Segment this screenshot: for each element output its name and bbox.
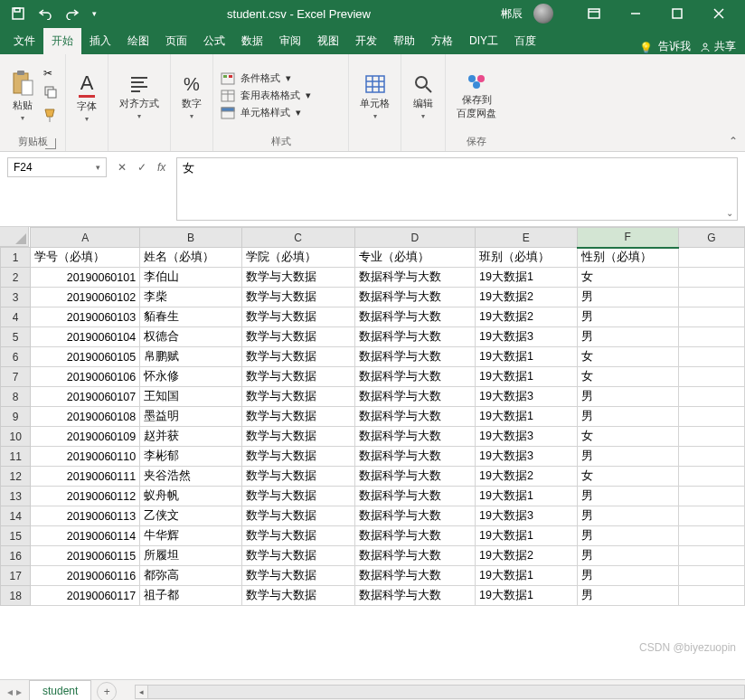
cell[interactable]: 男 [577, 586, 679, 606]
cell[interactable]: 数据科学与大数 [354, 347, 475, 367]
cut-icon[interactable]: ✂ [43, 67, 58, 80]
column-header-A[interactable]: A [31, 228, 140, 248]
cell[interactable]: 19大数据2 [476, 467, 578, 487]
cell[interactable]: 20190060114 [31, 526, 140, 546]
tab-draw[interactable]: 绘图 [119, 28, 157, 54]
cell[interactable]: 男 [577, 447, 679, 467]
cell[interactable] [679, 268, 745, 288]
tab-home[interactable]: 开始 [43, 28, 81, 54]
cell[interactable]: 19大数据1 [476, 407, 578, 427]
copy-icon[interactable] [43, 85, 58, 102]
undo-icon[interactable] [38, 6, 52, 21]
cell[interactable]: 19大数据2 [476, 546, 578, 566]
cell[interactable]: 数学与大数据 [241, 387, 354, 407]
cell[interactable]: 19大数据2 [476, 288, 578, 307]
tell-me[interactable]: 告诉我 [658, 39, 691, 54]
cell[interactable] [679, 407, 745, 427]
cell[interactable]: 数据科学与大数 [354, 288, 475, 307]
cell[interactable]: 数据科学与大数 [354, 566, 475, 586]
cell[interactable]: 性别（必填） [577, 248, 679, 268]
cell[interactable]: 男 [577, 327, 679, 347]
cell[interactable]: 20190060102 [31, 288, 140, 307]
cell[interactable] [679, 327, 745, 347]
cell[interactable]: 王知国 [140, 387, 242, 407]
column-header-D[interactable]: D [354, 228, 475, 248]
user-avatar-icon[interactable] [533, 4, 553, 24]
cell[interactable]: 墨益明 [140, 407, 242, 427]
cell[interactable]: 男 [577, 566, 679, 586]
cell[interactable]: 祖子都 [140, 586, 242, 606]
cell[interactable] [679, 586, 745, 606]
cell[interactable]: 数学与大数据 [241, 407, 354, 427]
cell[interactable]: 男 [577, 407, 679, 427]
cell[interactable] [679, 248, 745, 268]
format-as-table-button[interactable]: 套用表格格式 ▾ [221, 89, 311, 102]
cell[interactable]: 20190060103 [31, 307, 140, 327]
cell[interactable] [679, 447, 745, 467]
alignment-button[interactable]: 对齐方式▾ [116, 71, 163, 122]
namebox-dropdown-icon[interactable]: ▾ [96, 163, 100, 172]
cell[interactable]: 男 [577, 288, 679, 307]
cell[interactable]: 数学与大数据 [241, 506, 354, 526]
cell[interactable] [679, 526, 745, 546]
cell[interactable]: 20190060104 [31, 327, 140, 347]
row-header[interactable]: 9 [1, 407, 31, 427]
cell[interactable]: 数学与大数据 [241, 586, 354, 606]
cell[interactable] [679, 307, 745, 327]
cell[interactable]: 20190060109 [31, 427, 140, 447]
cell[interactable]: 19大数据1 [476, 268, 578, 288]
cell[interactable]: 20190060108 [31, 407, 140, 427]
cell[interactable]: 赵并获 [140, 427, 242, 447]
cell[interactable]: 女 [577, 467, 679, 487]
tab-fangge[interactable]: 方格 [423, 28, 461, 54]
cell[interactable]: 数据科学与大数 [354, 327, 475, 347]
cell[interactable]: 数学与大数据 [241, 546, 354, 566]
cell[interactable]: 19大数据3 [476, 427, 578, 447]
cell[interactable]: 数学与大数据 [241, 347, 354, 367]
column-header-F[interactable]: F [577, 228, 679, 248]
cell[interactable]: 数学与大数据 [241, 327, 354, 347]
cell[interactable]: 李柴 [140, 288, 242, 307]
collapse-ribbon-icon[interactable]: ⌃ [729, 135, 738, 147]
cell[interactable]: 20190060105 [31, 347, 140, 367]
tab-dev[interactable]: 开发 [347, 28, 385, 54]
row-header[interactable]: 3 [1, 288, 31, 307]
cell[interactable] [679, 467, 745, 487]
select-all-triangle[interactable] [0, 227, 29, 247]
conditional-formatting-button[interactable]: 条件格式 ▾ [221, 71, 311, 85]
paste-button[interactable]: 粘贴▾ [7, 68, 38, 124]
cell[interactable]: 数据科学与大数 [354, 586, 475, 606]
cell[interactable]: 19大数据1 [476, 367, 578, 387]
cell[interactable]: 数据科学与大数 [354, 467, 475, 487]
cell[interactable]: 数据科学与大数 [354, 268, 475, 288]
cell[interactable] [679, 367, 745, 387]
tab-file[interactable]: 文件 [5, 28, 43, 54]
cell[interactable] [679, 288, 745, 307]
cell[interactable]: 姓名（必填） [140, 248, 242, 268]
cell[interactable]: 20190060111 [31, 467, 140, 487]
ribbon-display-icon[interactable] [573, 0, 615, 27]
cell[interactable]: 20190060101 [31, 268, 140, 288]
cell[interactable]: 数据科学与大数 [354, 526, 475, 546]
cell[interactable]: 学号（必填） [31, 248, 140, 268]
cell[interactable]: 20190060115 [31, 546, 140, 566]
cell[interactable]: 数据科学与大数 [354, 307, 475, 327]
cell[interactable]: 专业（必填） [354, 248, 475, 268]
column-header-B[interactable]: B [140, 228, 242, 248]
cell[interactable] [679, 427, 745, 447]
cell[interactable] [679, 566, 745, 586]
formula-input[interactable]: 女 ⌄ [176, 157, 738, 221]
cell[interactable]: 数学与大数据 [241, 526, 354, 546]
cell[interactable]: 女 [577, 367, 679, 387]
cell[interactable]: 男 [577, 526, 679, 546]
cell[interactable] [679, 387, 745, 407]
cell[interactable]: 男 [577, 387, 679, 407]
fx-icon[interactable]: fx [157, 161, 165, 174]
cell[interactable]: 数学与大数据 [241, 288, 354, 307]
formula-expand-icon[interactable]: ⌄ [726, 208, 733, 218]
cell[interactable]: 数据科学与大数 [354, 427, 475, 447]
tab-insert[interactable]: 插入 [81, 28, 119, 54]
cell[interactable]: 李彬郁 [140, 447, 242, 467]
cell[interactable]: 20190060107 [31, 387, 140, 407]
cell[interactable]: 数学与大数据 [241, 367, 354, 387]
